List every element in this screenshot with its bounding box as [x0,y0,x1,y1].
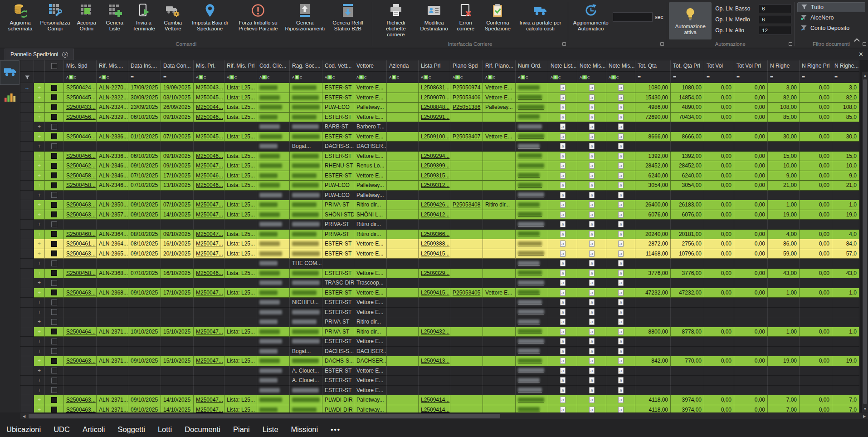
cell-link[interactable]: M250047... [196,358,223,364]
cell-note_mis_2[interactable]: a [606,308,635,318]
cell-note_lista[interactable]: a [548,278,577,288]
cell-note_lista[interactable]: a [548,83,577,93]
cell-link[interactable]: S2500464... [66,329,96,335]
cell-note_lista[interactable]: a [548,152,577,162]
cell-mis_spd[interactable]: S2500463... [64,288,97,298]
note-icon[interactable]: a [618,153,624,159]
table-row[interactable]: +S2500460...ALN-2364...08/10/202509/10/2… [20,230,859,240]
row-expander[interactable]: + [34,210,45,220]
note-icon[interactable]: a [618,114,624,120]
cell-mis_spd[interactable] [64,317,97,327]
table-row[interactable]: +S2500463...ALN-2350...09/10/202507/10/2… [20,200,859,210]
cell-link[interactable]: M250047... [196,397,223,403]
cell-lista_prl[interactable]: L2509070... [419,93,450,103]
note-icon[interactable]: a [618,143,624,149]
column-header-n-righe[interactable]: N Righe... [832,60,859,72]
row-checkbox[interactable] [51,407,57,412]
note-icon[interactable]: a [560,172,566,179]
cell-note_lista[interactable]: a [548,93,577,103]
row-expander[interactable]: + [34,288,45,298]
note-icon[interactable]: a [560,260,566,266]
note-icon[interactable]: a [589,84,595,91]
row-checkbox[interactable] [51,211,57,217]
cell-mis_prl[interactable]: M250046... [194,152,224,162]
cell-note_lista[interactable]: a [548,220,577,230]
cell-link[interactable]: L2509294... [421,153,449,159]
cell-link[interactable]: S2500456... [66,114,96,120]
cell-note_mis_2[interactable]: a [606,132,635,142]
note-icon[interactable]: a [560,182,566,188]
note-icon[interactable]: a [618,407,624,412]
cell-lista_prl[interactable] [419,376,450,386]
cell-lista_prl[interactable]: L2509291... [419,113,450,123]
note-icon[interactable]: a [560,192,566,198]
cell-lista_prl[interactable]: L2509414... [419,395,450,405]
cell-note_mis_1[interactable]: a [577,356,606,366]
cell-mis_prl[interactable] [194,122,224,132]
filter-cell[interactable]: = [704,72,734,83]
interval-input[interactable] [613,12,653,22]
note-icon[interactable]: a [560,201,566,208]
table-row[interactable]: +S2500463...ALN-2371...09/10/202514/10/2… [20,405,859,413]
cell-mis_spd[interactable] [64,347,97,357]
note-icon[interactable]: a [618,192,624,198]
stats-view-button[interactable] [0,85,20,109]
row-expander[interactable]: + [34,386,45,396]
cell-link[interactable]: S2500461... [66,241,96,247]
table-row[interactable]: +S2500463...ALN-2371...09/10/202514/10/2… [20,395,859,405]
row-expander[interactable]: + [34,356,45,366]
cell-mis_spd[interactable]: S2500463... [64,200,97,210]
cell-mis_prl[interactable] [194,337,224,347]
conferma-spedizione-button[interactable]: Conferma Spedizione [480,1,516,39]
row-checkbox-cell[interactable] [45,366,64,376]
cell-note_mis_1[interactable]: a [577,239,606,249]
cell-link[interactable]: M250046... [196,114,223,120]
row-checkbox[interactable] [51,270,57,276]
cell-lista_prl[interactable]: L2509426... [419,200,450,210]
row-checkbox-cell[interactable] [45,356,64,366]
cell-link[interactable]: P25053406 [453,94,480,101]
row-expander[interactable]: + [34,230,45,240]
row-checkbox-cell[interactable] [45,259,64,269]
note-icon[interactable]: a [560,319,566,325]
cell-note_lista[interactable]: a [548,298,577,308]
row-expander[interactable]: + [34,191,45,201]
filter-cell[interactable]: = [768,72,800,83]
row-expander[interactable]: + [34,181,45,191]
cell-note_mis_1[interactable]: a [577,113,606,123]
note-icon[interactable]: a [560,270,566,276]
note-icon[interactable]: a [560,143,566,149]
note-icon[interactable]: a [560,329,566,335]
note-icon[interactable]: a [589,211,595,218]
note-icon[interactable]: a [618,280,624,286]
row-checkbox-cell[interactable] [45,191,64,201]
row-checkbox[interactable] [51,192,57,198]
row-checkbox[interactable] [51,143,57,149]
row-checkbox[interactable] [51,124,57,130]
row-checkbox-cell[interactable] [45,152,64,162]
cell-lista_prl[interactable] [419,122,450,132]
cell-mis_prl[interactable] [194,259,224,269]
cell-mis_prl[interactable]: M250047... [194,395,224,405]
note-icon[interactable]: a [618,358,624,364]
cell-note_mis_2[interactable]: a [606,278,635,288]
op-liv-basso-input[interactable] [759,4,791,13]
note-icon[interactable]: a [560,387,566,393]
note-icon[interactable]: a [560,348,566,354]
cell-link[interactable]: L2509426... [421,201,449,208]
cell-mis_prl[interactable]: M250047... [194,239,224,249]
cell-mis_spd[interactable]: S2500463... [64,249,97,259]
cell-note_lista[interactable]: a [548,103,577,113]
filter-cell[interactable]: ABC [577,72,606,83]
note-icon[interactable]: a [560,290,566,296]
cell-mis_spd[interactable] [64,259,97,269]
cell-note_mis_2[interactable]: a [606,220,635,230]
table-row[interactable]: +S2500458...ALN-2346...07/10/202517/10/2… [20,171,859,181]
cell-link[interactable]: M250045... [196,133,223,140]
scroll-left-icon[interactable]: ◀ [20,413,28,419]
cell-mis_prl[interactable] [194,298,224,308]
cell-piano_spd[interactable] [450,298,483,308]
cell-mis_prl[interactable]: M250046... [194,171,224,181]
note-icon[interactable]: a [589,201,595,208]
column-header-note-mis[interactable]: Note Mis.... [577,60,606,72]
